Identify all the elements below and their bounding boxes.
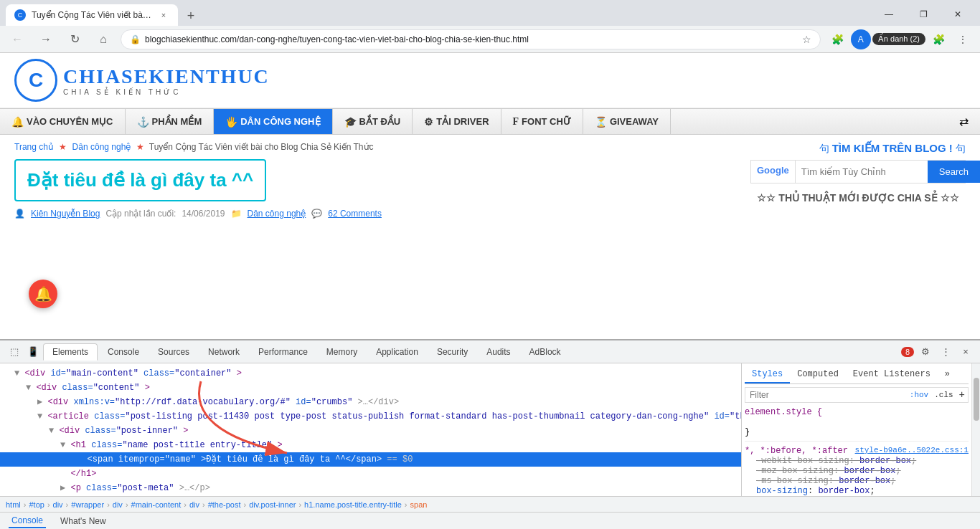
expand-icon[interactable]: ▼: [49, 426, 54, 436]
styles-tab-styles[interactable]: Styles: [745, 366, 790, 383]
dom-line-highlighted[interactable]: <span itemprop="name" >Đặt tiêu đề là gì…: [0, 452, 741, 467]
bell-icon: 🔔: [11, 116, 24, 128]
nav-label-bat-dau: BẮT ĐẦU: [359, 116, 401, 127]
devtools-inspect-icon[interactable]: ⬚: [6, 343, 23, 361]
devtools-close-button[interactable]: ×: [957, 343, 974, 361]
refresh-button[interactable]: ↻: [63, 28, 86, 51]
crumb-wrapper[interactable]: #wrapper: [71, 500, 104, 509]
nav-item-tai-driver[interactable]: ⚙ TẢI DRIVER: [413, 109, 501, 134]
tab-adblock[interactable]: AdBlock: [521, 344, 570, 360]
nav-label-giveaway: GIVEAWAY: [610, 116, 659, 127]
styles-hov-button[interactable]: :hov: [907, 389, 931, 401]
devtools-bottom-tab-bar: Console What's New: [0, 512, 980, 529]
bookmark-icon[interactable]: ☆: [802, 34, 811, 45]
bottom-tab-console[interactable]: Console: [9, 514, 46, 528]
menu-button[interactable]: ⋮: [951, 28, 974, 51]
tab-audits[interactable]: Audits: [478, 344, 519, 360]
nav-item-giveaway[interactable]: ⏳ GIVEAWAY: [583, 109, 671, 134]
maximize-button[interactable]: ❐: [907, 3, 940, 26]
new-tricks-heading: ☆☆ THỦ THUẬT MỚI ĐƯỢC CHIA SẺ ☆☆: [750, 192, 966, 204]
comments-link[interactable]: 62 Comments: [328, 209, 382, 219]
devtools-tab-bar: ⬚ 📱 Elements Console Sources Network Per…: [0, 340, 980, 363]
nav-item-chuyen-muc[interactable]: 🔔 VÀO CHUYÊN MỤC: [0, 109, 126, 134]
url-input[interactable]: 🔒 blogchiasekienthuc.com/dan-cong-nghe/t…: [121, 29, 821, 49]
devtools-more-icon[interactable]: ⋮: [937, 343, 954, 361]
expand-icon[interactable]: ▼: [60, 440, 65, 450]
forward-button[interactable]: →: [34, 28, 57, 51]
minimize-button[interactable]: —: [872, 3, 905, 26]
tab-memory[interactable]: Memory: [318, 344, 366, 360]
breadcrumb-home[interactable]: Trang chủ: [14, 142, 54, 152]
crumb-div2[interactable]: div: [113, 500, 123, 509]
styles-filter-row: :hov .cls +: [745, 387, 969, 403]
profile-button[interactable]: A: [851, 29, 871, 49]
dom-line: ▼ <h1 class="name post-title entry-title…: [0, 438, 741, 452]
expand-icon[interactable]: ▶: [37, 397, 42, 407]
search-input[interactable]: [796, 161, 928, 183]
tab-application[interactable]: Application: [367, 344, 427, 360]
styles-tab-more[interactable]: »: [938, 366, 957, 383]
crumb-top[interactable]: #top: [29, 500, 44, 509]
dom-line: ▶ <p class="post-meta" >…</p>: [0, 481, 741, 495]
crumb-main-content[interactable]: #main-content: [131, 500, 182, 509]
crumb-span[interactable]: span: [410, 500, 428, 509]
crumb-the-post[interactable]: #the-post: [208, 500, 241, 509]
category-link[interactable]: Dân công nghệ: [248, 209, 306, 219]
crumb-div1[interactable]: div: [53, 500, 63, 509]
back-button[interactable]: ←: [6, 28, 29, 51]
dom-panel[interactable]: ▼ <div id="main-content" class="containe…: [0, 363, 742, 496]
crumb-html[interactable]: html: [6, 500, 21, 509]
expand-icon[interactable]: ▼: [37, 411, 42, 421]
tab-close-button[interactable]: ×: [158, 9, 169, 21]
toolbar-buttons: 🧩 A Ẩn danh (2) 🧩 ⋮: [826, 28, 974, 51]
devtools-device-icon[interactable]: 📱: [24, 343, 42, 361]
update-label: Cập nhật lần cuối:: [105, 209, 176, 219]
font-icon: F: [513, 116, 519, 128]
styles-panel: Styles Computed Event Listeners » :hov .…: [742, 363, 971, 496]
tab-sources[interactable]: Sources: [149, 344, 198, 360]
devtools-settings-icon[interactable]: ⚙: [917, 343, 934, 361]
crumb-div3[interactable]: div: [189, 500, 199, 509]
crumb-post-inner[interactable]: div.post-inner: [249, 500, 296, 509]
active-tab[interactable]: C Tuyển Cộng Tác Viên viết bài cho... ×: [6, 4, 178, 26]
styles-tab-event-listeners[interactable]: Event Listeners: [846, 366, 938, 383]
extensions2-icon[interactable]: 🧩: [927, 28, 950, 51]
expand-icon[interactable]: ▶: [60, 483, 65, 493]
bottom-tab-whats-new[interactable]: What's New: [57, 515, 109, 528]
nav-item-bat-dau[interactable]: 🎓 BẮT ĐẦU: [333, 109, 413, 134]
hand-icon: 🖐: [225, 116, 237, 128]
nav-item-phan-mem[interactable]: ⚓ PHẦN MỀM: [126, 109, 215, 134]
nav-item-font-chu[interactable]: F FONT CHỮ: [501, 109, 583, 134]
extensions-icon[interactable]: 🧩: [826, 28, 849, 51]
new-tab-button[interactable]: +: [181, 6, 201, 26]
tab-network[interactable]: Network: [199, 344, 248, 360]
styles-filter-input[interactable]: [745, 389, 907, 401]
styles-tab-computed[interactable]: Computed: [790, 366, 846, 383]
styles-prop: -webkit-box-sizing: border-box;: [745, 456, 969, 466]
expand-icon[interactable]: ▼: [26, 383, 31, 393]
tab-elements[interactable]: Elements: [43, 343, 98, 361]
breadcrumb-section[interactable]: Dân công nghệ: [72, 142, 131, 152]
search-button[interactable]: Search: [928, 161, 980, 183]
tab-console[interactable]: Console: [99, 344, 148, 360]
dom-line: ▼ <div class="content" >: [0, 381, 741, 395]
tab-performance[interactable]: Performance: [250, 344, 316, 360]
scroll-thumb[interactable]: [974, 378, 979, 421]
styles-add-button[interactable]: +: [956, 388, 968, 402]
shuffle-button[interactable]: ⇄: [948, 109, 980, 134]
expand-icon[interactable]: ▼: [14, 368, 19, 378]
close-window-button[interactable]: ✕: [941, 3, 974, 26]
devtools-scrollbar[interactable]: [971, 363, 980, 496]
anchor-icon: ⚓: [137, 116, 149, 128]
styles-cls-button[interactable]: .cls: [931, 389, 956, 401]
notification-bell[interactable]: 🔔: [29, 280, 57, 308]
nav-item-dan-cong-nghe[interactable]: 🖐 DÂN CÔNG NGHỆ: [214, 109, 332, 134]
styles-source-link[interactable]: style-b9a6e..5022e.css:1: [855, 446, 969, 454]
devtools-element-breadcrumb: html › #top › div › #wrapper › div › #ma…: [0, 496, 980, 512]
window-controls: — ❐ ✕: [872, 3, 974, 26]
crumb-h1[interactable]: h1.name.post-title.entry-title: [304, 500, 402, 509]
site-logo[interactable]: C CHIASEKIENTHUC CHIA SẺ KIẾN THỨC: [14, 59, 270, 102]
home-button[interactable]: ⌂: [92, 28, 115, 51]
tab-security[interactable]: Security: [428, 344, 476, 360]
author-link[interactable]: Kiên Nguyễn Blog: [31, 209, 100, 219]
